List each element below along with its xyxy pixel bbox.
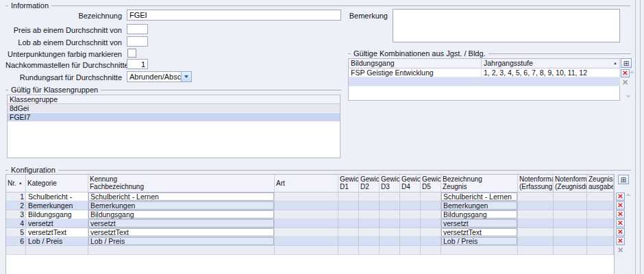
cell-gewicht-d1[interactable] [338, 201, 359, 210]
cell-nr[interactable]: 4 [6, 219, 26, 228]
list-item[interactable]: 8dGei [8, 104, 340, 113]
cell-notenformat-erfassung[interactable] [518, 228, 554, 237]
cell-bezeichnung-zeugnis[interactable]: Schulbericht - Lernen [441, 192, 518, 201]
cell-zeugnisausgabe[interactable] [587, 201, 614, 210]
cell-notenformat-erfassung[interactable] [518, 219, 554, 228]
delete-row-button[interactable]: ✕ [616, 237, 625, 245]
table-row[interactable]: 1 Schulbericht - Lernen Schulbericht - L… [6, 192, 614, 201]
cell-nr[interactable]: 1 [6, 192, 26, 201]
lob-input[interactable] [127, 36, 148, 47]
cell-gewicht-d1[interactable] [338, 219, 359, 228]
rundungsart-dropdown-button[interactable] [181, 72, 191, 82]
cell-art[interactable] [275, 246, 338, 255]
delete-row-button[interactable]: ✕ [616, 210, 625, 219]
cell-notenformat-erfassung[interactable] [518, 210, 554, 219]
cell-zeugnisausgabe[interactable] [587, 210, 614, 219]
cell-nr[interactable]: 5 [6, 228, 26, 237]
table-row[interactable]: FSP Geistige Entwicklung 1, 2, 3, 4, 5, … [349, 68, 620, 77]
cell-gewicht-d4[interactable] [400, 228, 421, 237]
column-header-notenformat-zeugnisdruck[interactable]: Notenformat(Zeugnisdruck) [554, 175, 587, 192]
cell-notenformat-zeugnisdruck[interactable] [554, 210, 587, 219]
cell-gewicht-d5[interactable] [421, 246, 441, 255]
column-header-art[interactable]: Art [275, 175, 338, 192]
bemerkung-textarea[interactable] [393, 9, 620, 42]
cell-gewicht-d5[interactable] [421, 210, 441, 219]
cell-gewicht-d3[interactable] [380, 219, 400, 228]
cell-notenformat-erfassung[interactable] [518, 246, 554, 255]
cell-notenformat-zeugnisdruck[interactable] [554, 192, 587, 201]
column-header-zeugnisausgabe[interactable]: Zeugnis-ausgabe [587, 175, 614, 192]
cell-gewicht-d2[interactable] [359, 246, 380, 255]
cell-art[interactable] [275, 201, 338, 210]
cell-kennung[interactable]: versetzt [88, 219, 275, 228]
cell-kennung[interactable]: Bildungsgang [88, 210, 275, 219]
cell-gewicht-d3[interactable] [380, 192, 400, 201]
cell-kennung[interactable]: versetztText [88, 228, 275, 237]
column-chooser-button[interactable]: ⊞ [621, 58, 632, 68]
scroll-up-icon[interactable] [626, 193, 631, 196]
cell-zeugnisausgabe[interactable] [587, 237, 614, 246]
cell-zeugnisausgabe[interactable] [587, 219, 614, 228]
cell-kategorie[interactable]: Bemerkungen [26, 201, 88, 210]
cell-gewicht-d1[interactable] [338, 237, 359, 246]
table-row[interactable]: 2 Bemerkungen Bemerkungen Bemerkungen [6, 201, 614, 210]
column-header-bezeichnung-zeugnis[interactable]: BezeichnungZeugnis [441, 175, 518, 192]
cell-gewicht-d1[interactable] [338, 246, 359, 255]
cell-gewicht-d5[interactable] [421, 237, 441, 246]
cell-gewicht-d2[interactable] [359, 228, 380, 237]
cell-gewicht-d2[interactable] [359, 237, 380, 246]
cell-gewicht-d2[interactable] [359, 219, 380, 228]
cell-gewicht-d4[interactable] [400, 201, 421, 210]
cell-notenformat-zeugnisdruck[interactable] [554, 237, 587, 246]
cell-art[interactable] [275, 219, 338, 228]
table-row[interactable]: 4 versetzt versetzt versetzt [6, 219, 614, 228]
table-row[interactable]: 6 Lob / Preis Lob / Preis Lob / Preis [6, 237, 614, 246]
cell-bezeichnung-zeugnis[interactable]: versetzt [441, 219, 518, 228]
column-header-jahrgangsstufe[interactable]: Jahrgangsstufe ▲ [482, 59, 620, 68]
cell-bezeichnung-zeugnis[interactable]: Lob / Preis [441, 237, 518, 246]
delete-row-button[interactable]: ✕ [616, 192, 625, 201]
cell-notenformat-erfassung[interactable] [518, 237, 554, 246]
cell-kategorie[interactable]: versetzt [26, 219, 88, 228]
cell-gewicht-d5[interactable] [421, 228, 441, 237]
column-header-notenformat-erfassung[interactable]: Notenformat(Erfassung) [518, 175, 554, 192]
cell-gewicht-d2[interactable] [359, 201, 380, 210]
cell-bezeichnung-zeugnis[interactable] [441, 246, 518, 255]
cell-bezeichnung-zeugnis[interactable]: Bildungsgang [441, 210, 518, 219]
cell-zeugnisausgabe[interactable] [587, 246, 614, 255]
cell-gewicht-d5[interactable] [421, 219, 441, 228]
column-header-gewicht-d1[interactable]: GewichtD1 [338, 175, 359, 192]
cell-art[interactable] [275, 237, 338, 246]
delete-row-button[interactable]: ✕ [616, 219, 625, 227]
cell-bildungsgang[interactable]: FSP Geistige Entwicklung [349, 68, 482, 77]
table-row[interactable]: 5 versetztText versetztText versetztText [6, 228, 614, 237]
rundungsart-select[interactable]: Abrunden/Abschneiden [127, 71, 192, 82]
cell-gewicht-d1[interactable] [338, 192, 359, 201]
cell-nr[interactable] [6, 246, 26, 255]
cell-gewicht-d3[interactable] [380, 228, 400, 237]
cell-kategorie[interactable]: Bildungsgang [26, 210, 88, 219]
cell-art[interactable] [275, 192, 338, 201]
table-row[interactable]: 3 Bildungsgang Bildungsgang Bildungsgang [6, 210, 614, 219]
table-row-empty[interactable] [6, 246, 614, 255]
cell-art[interactable] [275, 228, 338, 237]
unterpunktungen-checkbox[interactable] [127, 49, 136, 58]
cell-art[interactable] [275, 210, 338, 219]
cell-bezeichnung-zeugnis[interactable]: Bemerkungen [441, 201, 518, 210]
delete-row-button[interactable]: ✕ [616, 228, 625, 236]
cell-notenformat-erfassung[interactable] [518, 201, 554, 210]
cell-bezeichnung-zeugnis[interactable]: versetztText [441, 228, 518, 237]
column-header-kategorie[interactable]: Kategorie [26, 175, 88, 192]
cell-gewicht-d3[interactable] [380, 201, 400, 210]
column-header-nr[interactable]: Nr.▲ [6, 175, 26, 192]
cell-gewicht-d5[interactable] [421, 201, 441, 210]
cell-zeugnisausgabe[interactable] [587, 192, 614, 201]
cell-gewicht-d3[interactable] [380, 210, 400, 219]
cell-notenformat-zeugnisdruck[interactable] [554, 246, 587, 255]
column-header-gewicht-d2[interactable]: GewichtD2 [359, 175, 380, 192]
cell-nr[interactable]: 2 [6, 201, 26, 210]
list-item-selected[interactable]: FGEI7 [8, 113, 340, 122]
column-header-bildungsgang[interactable]: Bildungsgang [349, 59, 482, 68]
cell-notenformat-erfassung[interactable] [518, 192, 554, 201]
column-chooser-button[interactable]: ⊞ [618, 175, 629, 184]
